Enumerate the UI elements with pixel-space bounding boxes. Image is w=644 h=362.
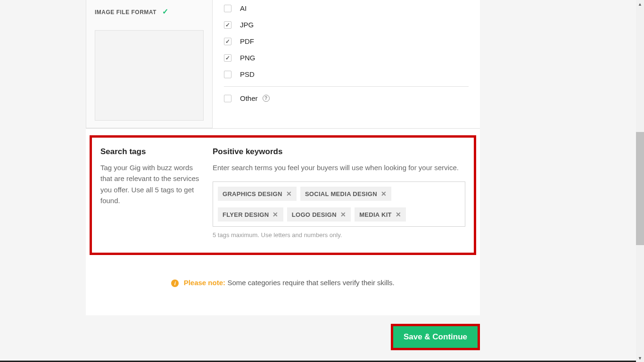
search-tags-description: Tag your Gig with buzz words that are re…	[100, 162, 204, 206]
remove-tag-icon[interactable]: ✕	[286, 190, 292, 197]
tag-chip: LOGO DESIGN ✕	[287, 207, 351, 222]
info-icon: i	[171, 280, 179, 287]
checkbox-row-png[interactable]: PNG	[224, 49, 469, 66]
scrollbar-thumb[interactable]	[636, 132, 644, 245]
checkbox-label: PDF	[240, 37, 254, 45]
checkbox-png[interactable]	[224, 54, 231, 62]
form-container: IMAGE FILE FORMAT ✓ AI JPG PDF PNG	[86, 0, 480, 315]
remove-tag-icon[interactable]: ✕	[381, 190, 387, 197]
positive-keywords-description: Enter search terms you feel your buyers …	[213, 162, 465, 173]
checkbox-row-psd[interactable]: PSD	[224, 66, 469, 82]
file-format-preview-box	[95, 30, 204, 121]
tag-label: SOCIAL MEDIA DESIGN	[305, 190, 377, 197]
remove-tag-icon[interactable]: ✕	[396, 211, 401, 218]
checkbox-row-pdf[interactable]: PDF	[224, 33, 469, 49]
file-format-label: IMAGE FILE FORMAT	[95, 9, 157, 16]
check-icon: ✓	[162, 7, 168, 16]
checkbox-row-other[interactable]: Other ?	[224, 86, 469, 107]
checkbox-ai[interactable]	[224, 5, 231, 12]
remove-tag-icon[interactable]: ✕	[340, 211, 346, 218]
checkbox-label: PSD	[240, 70, 255, 78]
button-row: Save & Continue	[86, 315, 480, 359]
checkbox-pdf[interactable]	[224, 38, 231, 45]
file-format-section: IMAGE FILE FORMAT ✓ AI JPG PDF PNG	[86, 0, 480, 129]
checkbox-psd[interactable]	[224, 71, 231, 78]
note-label: Please note:	[184, 279, 225, 287]
tag-chip: MEDIA KIT ✕	[355, 207, 406, 222]
tag-chip: GRAPHICS DESIGN ✕	[218, 187, 297, 201]
note-text: Some categories require that sellers ver…	[227, 279, 394, 287]
tag-label: FLYER DESIGN	[223, 211, 269, 218]
positive-keywords-title: Positive keywords	[213, 147, 465, 156]
checkbox-other[interactable]	[224, 95, 231, 102]
help-icon[interactable]: ?	[263, 95, 270, 102]
checkbox-row-ai[interactable]: AI	[224, 0, 469, 16]
checkbox-row-jpg[interactable]: JPG	[224, 16, 469, 33]
search-tags-section: Search tags Tag your Gig with buzz words…	[90, 135, 476, 255]
tags-hint: 5 tags maximum. Use letters and numbers …	[213, 231, 465, 239]
checkbox-label: AI	[240, 4, 247, 12]
note-section: i Please note: Some categories require t…	[86, 255, 480, 315]
tags-input[interactable]: GRAPHICS DESIGN ✕ SOCIAL MEDIA DESIGN ✕ …	[213, 181, 465, 227]
checkbox-label: PNG	[240, 54, 256, 62]
file-format-sidebar: IMAGE FILE FORMAT ✓	[86, 0, 213, 128]
checkbox-jpg[interactable]	[224, 21, 231, 29]
search-tags-info: Search tags Tag your Gig with buzz words…	[100, 147, 213, 239]
tag-chip: SOCIAL MEDIA DESIGN ✕	[300, 187, 391, 201]
search-tags-title: Search tags	[100, 147, 204, 156]
checkbox-label: JPG	[240, 21, 254, 29]
tag-label: MEDIA KIT	[359, 211, 392, 218]
file-format-options: AI JPG PDF PNG PSD Other ?	[213, 0, 480, 128]
remove-tag-icon[interactable]: ✕	[272, 211, 278, 218]
save-button-highlight: Save & Continue	[391, 324, 480, 350]
checkbox-label: Other	[240, 94, 258, 102]
positive-keywords-area: Positive keywords Enter search terms you…	[213, 147, 465, 239]
scrollbar-up-icon[interactable]: ▲	[636, 0, 644, 8]
scrollbar-down-icon[interactable]: ▼	[636, 354, 644, 362]
tag-label: LOGO DESIGN	[292, 211, 337, 218]
tag-label: GRAPHICS DESIGN	[223, 190, 282, 197]
save-continue-button[interactable]: Save & Continue	[393, 326, 478, 348]
tag-chip: FLYER DESIGN ✕	[218, 207, 283, 222]
